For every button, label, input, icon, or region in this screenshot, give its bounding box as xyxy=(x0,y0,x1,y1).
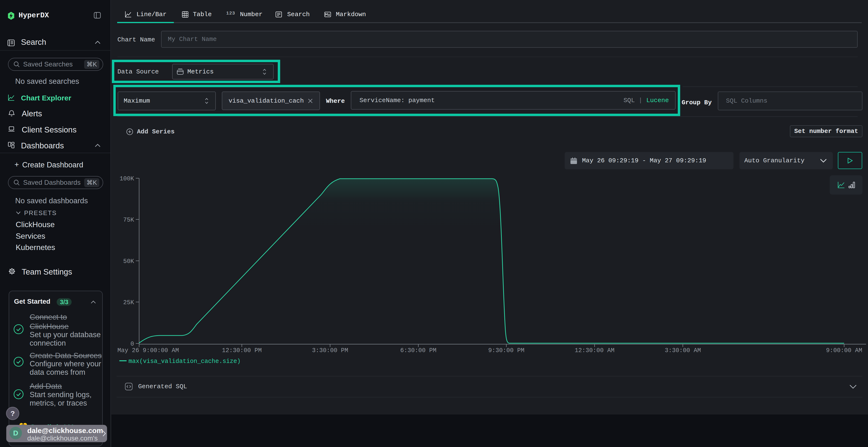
svg-text:9:00:00 AM: 9:00:00 AM xyxy=(826,347,862,354)
svg-text:50K: 50K xyxy=(123,258,134,265)
svg-text:12:30:00 PM: 12:30:00 PM xyxy=(222,347,261,354)
svg-text:3:30:00 AM: 3:30:00 AM xyxy=(665,347,701,354)
svg-text:9:30:00 PM: 9:30:00 PM xyxy=(488,347,524,354)
svg-text:12:30:00 AM: 12:30:00 AM xyxy=(575,347,614,354)
svg-text:max(visa_validation_cache.size: max(visa_validation_cache.size) xyxy=(128,358,241,365)
svg-text:100K: 100K xyxy=(120,175,134,182)
svg-text:75K: 75K xyxy=(123,216,134,224)
svg-text:May 26 9:00:00 AM: May 26 9:00:00 AM xyxy=(117,347,179,354)
svg-text:0: 0 xyxy=(130,341,134,347)
svg-text:25K: 25K xyxy=(123,299,134,306)
svg-text:3:30:00 PM: 3:30:00 PM xyxy=(312,347,348,354)
svg-text:6:30:00 PM: 6:30:00 PM xyxy=(400,347,436,354)
